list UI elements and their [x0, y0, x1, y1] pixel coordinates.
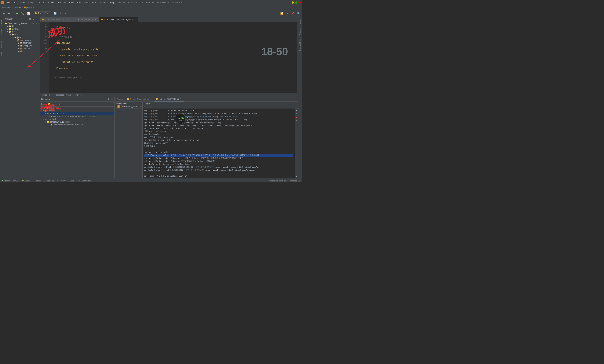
tree-item-idea[interactable]: ▶ 📁 .idea — [3, 25, 40, 28]
toolbar-pin-btn[interactable]: 📌 — [290, 11, 295, 16]
output-settings-btn[interactable]: ⚙ — [295, 119, 298, 122]
tree-item-mapper[interactable]: ▶ 📦 mapper — [3, 47, 40, 50]
menu-run[interactable]: Run — [76, 1, 82, 4]
services-toggle-icon[interactable]: — — [110, 98, 113, 101]
tab-close-0[interactable]: ✕ — [71, 19, 73, 21]
tree-war-sync[interactable]: ▶ ✓ ⚡ Examination_System:war exploded [S… — [40, 115, 114, 118]
tree-tomcat9[interactable]: ▼ 🐱 Tomcat 9 [local] — [40, 112, 114, 115]
services-expand-btn[interactable]: ↔ — [54, 103, 58, 106]
tree-item-exception[interactable]: ▶ 📦 exception — [3, 44, 40, 47]
menu-tools[interactable]: Tools — [83, 1, 90, 4]
services-filter-btn[interactable]: 🔽 — [48, 103, 51, 106]
menu-refactor[interactable]: Refactor — [57, 1, 67, 4]
output-tab-catalina[interactable]: 🐱 Tomcat Catalina Log ✕ — [125, 97, 154, 101]
tree-running[interactable]: ▼ ▶ Running — [40, 109, 114, 112]
tab-close-localhost[interactable]: ✕ — [180, 98, 182, 100]
menu-build[interactable]: Build — [68, 1, 75, 4]
toolbar-settings-btn[interactable]: ⚙ — [64, 11, 69, 16]
menu-edit[interactable]: Edit — [12, 1, 19, 4]
tree-item-src[interactable]: ▼ 📁 src — [3, 30, 40, 33]
minimize-btn[interactable] — [292, 1, 294, 4]
tree-item-com-system[interactable]: ▼ 📦 com.system — [3, 39, 40, 42]
toolbar-update-btn[interactable]: ⬆ — [58, 11, 63, 16]
sidebar-bean-validation[interactable]: Bean Validation — [299, 37, 302, 52]
tab-jdbc[interactable]: 🔧 jdbc.properties ✕ — [75, 17, 99, 22]
sidebar-tab-favorites[interactable]: 2: Favorites — [0, 39, 3, 51]
bc-resource[interactable]: resource — [66, 94, 74, 96]
tree-item-root[interactable]: ▼ 📁 Examination_System C:\Users\xiexie\D… — [3, 22, 40, 25]
tree-item-settings[interactable]: ▶ 📁 .settings — [3, 28, 40, 30]
toolbar-forward-btn[interactable]: ▶ — [7, 11, 12, 16]
close-btn[interactable] — [298, 1, 301, 4]
taskbar-spring[interactable]: 🌱 Spring — [20, 179, 32, 182]
tab-application-context[interactable]: 🔶 applicationContext-dao.xml ✕ — [40, 17, 75, 22]
tree-item-controller[interactable]: ▶ 📦 controller — [3, 42, 40, 44]
menu-vcs[interactable]: VCS — [91, 1, 98, 4]
services-run-btn[interactable]: ▶ — [40, 103, 44, 106]
services-settings-icon[interactable]: ⚙ — [107, 98, 110, 101]
tree-finished[interactable]: ▼ ■ Finished — [40, 118, 114, 121]
breadcrumb-file[interactable]: 🔶 pom.xml — [24, 6, 34, 9]
sidebar-database[interactable]: Database — [299, 26, 302, 36]
output-tab-localhost[interactable]: 🐱 Tomcat Localhost Log ✕ — [154, 97, 184, 101]
sidebar-maven[interactable]: Maven — [299, 17, 302, 25]
tomcat-selector[interactable]: 🐱 Tomcat 9 ▾ — [34, 11, 50, 15]
maximize-btn[interactable] — [295, 1, 297, 4]
taskbar-build[interactable]: Build — [69, 179, 76, 182]
deployment-item[interactable]: W Examination_System:war ↻ — [115, 105, 142, 108]
tab-close-2[interactable]: ✕ — [134, 19, 136, 21]
bc-resources[interactable]: resources — [56, 94, 64, 96]
toolbar-back-btn[interactable]: ◀ — [1, 11, 6, 16]
breadcrumb-project[interactable]: Examination_System — [2, 6, 22, 9]
taskbar-terminal[interactable]: Terminal — [32, 179, 42, 182]
output-scroll-top-btn[interactable]: ▲ — [295, 109, 298, 112]
bc-project[interactable]: project — [42, 94, 47, 96]
taskbar-problems[interactable]: 6: Problems — [42, 179, 56, 182]
output-tab-server[interactable]: Server — [115, 97, 125, 101]
sidebar-tab-web[interactable]: Web — [0, 51, 3, 57]
toolbar-debug-btn[interactable]: 🐛 — [20, 11, 25, 16]
tree-tomcat10[interactable]: ▼ 🐱 Tomcat 10.0.11 [local] — [40, 121, 114, 123]
tree-item-java[interactable]: ▼ 📁 java — [3, 36, 40, 39]
toolbar-coverage-btn[interactable]: 📊 — [26, 11, 31, 16]
project-collapse-icon[interactable]: — — [36, 18, 38, 20]
tab-close-1[interactable]: ✕ — [94, 19, 97, 21]
taskbar-services[interactable]: 8: Services — [56, 179, 68, 182]
tab-pom-xml[interactable]: 🔶 pom.xml (Examination_System) ✕ — [99, 17, 138, 22]
project-filter-icon[interactable]: ☰ — [32, 18, 35, 20]
sidebar-tab-structure[interactable]: 2: Structure — [0, 27, 3, 39]
menu-view[interactable]: View — [19, 1, 26, 4]
menu-code[interactable]: Code — [38, 1, 46, 4]
toolbar-git-btn[interactable]: 🔀 — [279, 11, 284, 16]
toolbar-reload-btn[interactable]: 🔄 — [53, 11, 58, 16]
output-pin-btn[interactable]: 📌 — [295, 116, 298, 119]
tree-label-war-error: Examination_System:war exploded — [53, 124, 83, 126]
toolbar-stop-btn[interactable]: ■ — [285, 11, 290, 16]
output-scroll-bottom-btn[interactable]: ▼ — [295, 175, 298, 178]
output-clear-btn[interactable]: ⊘ — [295, 112, 298, 115]
services-sort-btn[interactable]: ↕ — [51, 103, 54, 106]
services-more-btn[interactable]: + — [58, 103, 61, 106]
menu-navigate[interactable]: Navigate — [26, 1, 38, 4]
menu-help[interactable]: Help — [109, 1, 116, 4]
services-group-btn[interactable]: ☰ — [44, 103, 47, 106]
taskbar-run[interactable]: ▶ 4: Run — [1, 179, 11, 182]
menu-window[interactable]: Window — [98, 1, 108, 4]
tree-item-main[interactable]: ▼ 📁 main — [3, 33, 40, 36]
bc-build[interactable]: build — [50, 94, 53, 96]
menu-analyze[interactable]: Analyze — [46, 1, 56, 4]
tree-war-error[interactable]: ▶ ✗ ⚡ Examination_System:war exploded — [40, 123, 114, 126]
toolbar-build-btn[interactable]: ▶ — [14, 11, 19, 16]
taskbar-todo[interactable]: TODO — [12, 179, 20, 182]
services-bottom: Services ⚙ — ▶ ☰ 🔽 ↕ ↔ + — [40, 97, 115, 178]
menu-file[interactable]: File — [6, 1, 12, 4]
code-editor[interactable]: </dependency> <!--c3p0连接池--> <dependency… — [49, 22, 297, 93]
tab-close-catalina[interactable]: ✕ — [150, 98, 152, 100]
tree-tomcat-server[interactable]: ▼ 🖥 Tomcat Server — [40, 107, 114, 109]
sidebar-tab-project[interactable]: 1: Project — [0, 17, 3, 27]
taskbar-java-enterprise[interactable]: Java Enterprise — [76, 179, 92, 182]
toolbar-search-btn[interactable]: 🔍 — [296, 11, 301, 16]
tree-item-po[interactable]: ▶ 📦 po — [3, 50, 40, 53]
bc-includes[interactable]: includes — [76, 94, 83, 96]
project-settings-icon[interactable]: ⚙ — [28, 18, 31, 20]
